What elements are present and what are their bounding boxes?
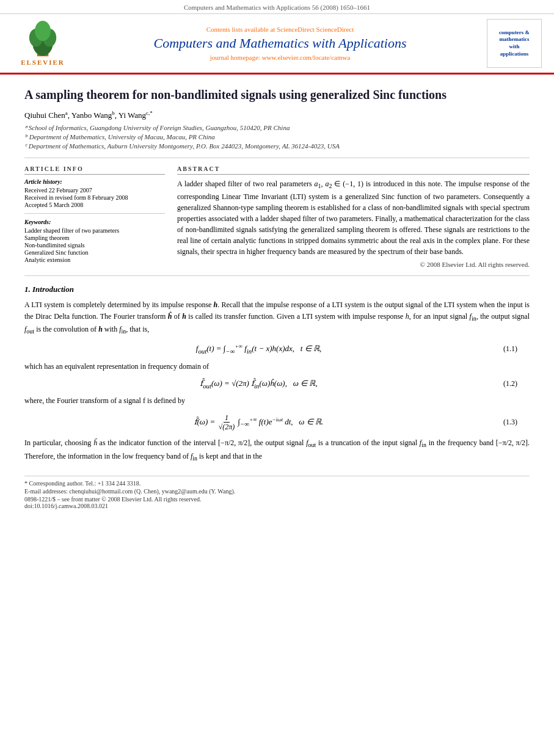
affiliation-c: ᶜ Department of Mathematics, Auburn Univ…	[24, 142, 530, 150]
footnote-corresponding: * Corresponding author. Tel.: +1 334 244…	[24, 480, 530, 487]
divider-2	[24, 275, 530, 276]
abstract-text: A ladder shaped filter of two real param…	[177, 178, 530, 256]
elsevier-tree-icon	[18, 21, 67, 57]
section-number: 1.	[24, 285, 31, 294]
keyword-2: Sampling theorem	[24, 234, 165, 241]
journal-header: ELSEVIER Contents lists available at Sci…	[0, 14, 554, 75]
keyword-divider	[24, 213, 165, 214]
keywords-label: Keywords:	[24, 219, 165, 225]
keyword-5: Analytic extension	[24, 256, 165, 263]
equation-1-3: f̂(ω) = 1 √(2π) ∫−∞+∞ f(t)e−iωt dt, ω ∈ …	[24, 413, 530, 432]
eq-number-1-3: (1.3)	[481, 418, 517, 427]
theorem-text: theorem	[285, 203, 308, 212]
intro-last-para: In particular, choosing ĥ as the indicat…	[24, 437, 530, 463]
footer-section: * Corresponding author. Tel.: +1 334 244…	[24, 476, 530, 509]
eq11-desc: which has an equivalent representation i…	[24, 361, 530, 373]
affiliation-b: ᵇ Department of Mathematics, University …	[24, 133, 530, 141]
eq12-desc: where, the Fourier transform of a signal…	[24, 395, 530, 407]
linear-text: Linear	[222, 192, 241, 201]
footnote-email: E-mail addresses: chenqiuhui@hotmail.com…	[24, 488, 530, 495]
sciencedirect-text: Contents lists available at ScienceDirec…	[79, 26, 481, 33]
copyright-text: © 2008 Elsevier Ltd. All rights reserved…	[177, 261, 530, 268]
authors-line: Qiuhui Chena, Yanbo Wangb, Yi Wangc,*	[24, 110, 530, 120]
equation-1-2: f̂out(ω) = √(2π) f̂in(ω)ĥ(ω), ω ∈ ℝ, (1.…	[24, 379, 530, 390]
these-text: These	[425, 225, 442, 234]
journal-homepage: journal homepage: www.elsevier.com/locat…	[79, 54, 481, 61]
keyword-1: Ladder shaped filter of two parameters	[24, 227, 165, 234]
two-column-section: ARTICLE INFO Article history: Received 2…	[24, 165, 530, 267]
issn-text: 0898-1221/$ – see front matter © 2008 El…	[24, 496, 530, 503]
journal-title: Computers and Mathematics with Applicati…	[79, 35, 481, 51]
received-date: Received 22 February 2007	[24, 187, 165, 194]
keyword-4: Generalized Sinc function	[24, 249, 165, 256]
accepted-date: Accepted 5 March 2008	[24, 202, 165, 208]
article-info-panel: ARTICLE INFO Article history: Received 2…	[24, 165, 165, 267]
journal-logo-box: computers &mathematicswithapplications	[487, 19, 542, 68]
article-title: A sampling theorem for non-bandlimited s…	[24, 87, 530, 103]
journal-center-info: Contents lists available at ScienceDirec…	[79, 26, 481, 61]
received-revised-date: Received in revised form 8 February 2008	[24, 194, 165, 201]
svg-point-4	[35, 21, 51, 41]
equation-1-1: fout(t) = ∫−∞+∞ fin(t − x)h(x)dx, t ∈ ℝ,…	[24, 343, 530, 355]
abstract-title: ABSTRACT	[177, 165, 530, 175]
section-title-text: Introduction	[32, 285, 74, 294]
doi-text: doi:10.1016/j.camwa.2008.03.021	[24, 503, 530, 509]
keyword-3: Non-bandlimited signals	[24, 242, 165, 249]
author-list: Qiuhui Chena, Yanbo Wangb, Yi Wangc,*	[24, 111, 153, 120]
elsevier-text: ELSEVIER	[21, 59, 65, 66]
eq-number-1-1: (1.1)	[481, 344, 517, 354]
history-label: Article history:	[24, 178, 165, 185]
top-bar: Computers and Mathematics with Applicati…	[0, 0, 554, 14]
intro-heading: 1. Introduction	[24, 285, 530, 294]
article-info-title: ARTICLE INFO	[24, 165, 165, 175]
divider-1	[24, 158, 530, 158]
intro-para1: A LTI system is completely determined by…	[24, 299, 530, 337]
elsevier-logo-container: ELSEVIER	[12, 21, 73, 66]
abstract-panel: ABSTRACT A ladder shaped filter of two r…	[177, 165, 530, 267]
affiliation-a: ᵃ School of Informatics, Guangdong Unive…	[24, 124, 530, 132]
journal-logo-right: computers &mathematicswithapplications	[487, 19, 542, 68]
journal-citation: Computers and Mathematics with Applicati…	[184, 4, 370, 11]
main-content: A sampling theorem for non-bandlimited s…	[0, 75, 554, 522]
eq-number-1-2: (1.2)	[481, 379, 517, 388]
